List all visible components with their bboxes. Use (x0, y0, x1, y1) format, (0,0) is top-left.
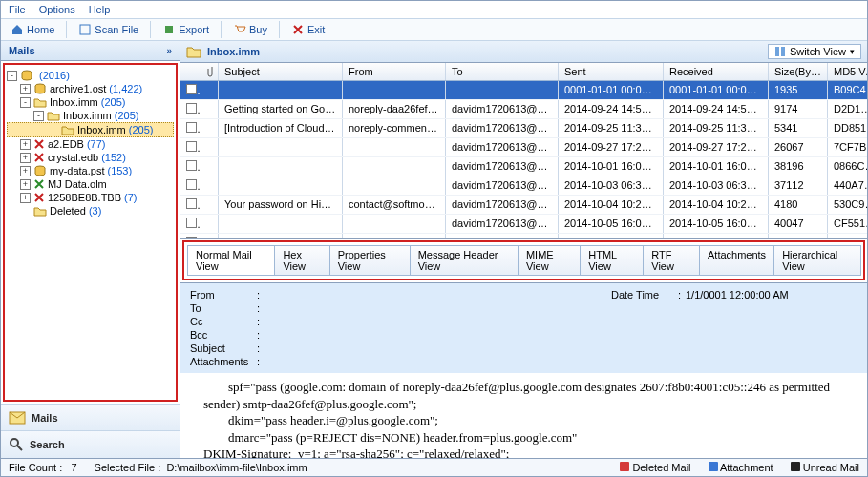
chevron-icon[interactable]: » (166, 46, 172, 56)
cell-md5: CF55110EF5593BC32F29... (828, 215, 867, 233)
expand-toggle[interactable]: - (20, 97, 31, 108)
view-tab[interactable]: HTML View (580, 245, 644, 276)
mail-icon (9, 411, 26, 425)
col-from[interactable]: From (343, 63, 446, 80)
buy-button[interactable]: Buy (227, 21, 273, 38)
col-md5[interactable]: MD5 Values (828, 63, 867, 80)
lbl-cc: Cc (190, 316, 257, 327)
tree-node[interactable]: - (2016) (7, 69, 174, 82)
table-row[interactable]: 0001-01-01 00:00:000001-01-01 00:00:0019… (180, 81, 867, 100)
preview-body[interactable]: spf="pass (google.com: domain of noreply… (180, 373, 867, 458)
val-subject (265, 342, 611, 354)
expand-toggle[interactable]: + (20, 84, 31, 94)
lbl-from: From (190, 289, 257, 301)
view-tab[interactable]: RTF View (643, 245, 700, 276)
mail-grid[interactable]: Subject From To Sent Received Size(Bytes… (180, 63, 867, 238)
col-subject[interactable]: Subject (219, 63, 343, 80)
cell-subject: Getting started on Googl... (219, 100, 343, 118)
exit-button[interactable]: Exit (286, 21, 330, 38)
view-tab[interactable]: Message Header View (410, 245, 519, 276)
row-checkbox[interactable] (186, 179, 197, 190)
expand-toggle[interactable]: + (20, 179, 31, 190)
node-icon (33, 96, 47, 108)
cell-md5: 7CF7BD5D602C69943F2A... (828, 138, 867, 156)
preview-pane: From: Date Time:1/1/0001 12:00:00 AM To:… (180, 282, 867, 458)
svg-point-5 (11, 439, 18, 446)
menu-options[interactable]: Options (39, 4, 75, 15)
expand-toggle[interactable]: + (20, 166, 31, 176)
expand-toggle[interactable]: - (33, 111, 44, 121)
col-size[interactable]: Size(Bytes) (769, 63, 828, 80)
svg-rect-6 (775, 47, 779, 56)
home-button[interactable]: Home (5, 21, 60, 38)
col-sent[interactable]: Sent (559, 63, 664, 80)
paperclip-icon (207, 66, 217, 77)
row-checkbox[interactable] (186, 122, 197, 133)
table-row[interactable]: davidm1720613@gmail...2014-09-27 17:21:5… (180, 138, 867, 157)
col-received[interactable]: Received (664, 63, 769, 80)
tree-node[interactable]: +my-data.pst (153) (7, 164, 174, 177)
menu-help[interactable]: Help (89, 4, 111, 15)
tree-node[interactable]: -Inbox.imm (205) (7, 95, 174, 109)
cell-size: 1935 (769, 81, 828, 99)
cell-from (343, 157, 446, 176)
cell-to: davidm1720613@gmail... (446, 138, 559, 156)
tree-node[interactable]: +a2.EDB (77) (7, 137, 174, 151)
row-checkbox[interactable] (186, 198, 197, 209)
view-tab[interactable]: Hierarchical View (773, 245, 861, 276)
tree-node[interactable]: -Inbox.imm (205) (7, 109, 174, 122)
expand-toggle[interactable]: + (20, 139, 31, 150)
switch-view-button[interactable]: Switch View▾ (768, 44, 861, 59)
nav-mails[interactable]: Mails (1, 404, 180, 430)
cell-received: 2014-10-05 16:06:26 (664, 215, 769, 233)
row-checkbox[interactable] (186, 218, 197, 228)
tree-node[interactable]: Deleted (3) (7, 204, 174, 218)
row-checkbox[interactable] (186, 103, 197, 114)
node-icon (33, 138, 45, 150)
col-attach[interactable] (201, 63, 219, 80)
home-icon (11, 23, 24, 36)
row-checkbox[interactable] (186, 84, 197, 94)
table-row[interactable]: Your password on Hidde...contact@softmoz… (180, 196, 867, 215)
nav-search[interactable]: Search (1, 430, 180, 458)
cell-from: noreply-comment@blo... (343, 119, 446, 137)
expand-toggle[interactable]: - (7, 71, 17, 81)
table-row[interactable]: davidm1720613@gmail...2014-10-01 16:09:3… (180, 157, 867, 176)
tree-node[interactable]: +MJ Data.olm (7, 177, 174, 191)
table-row[interactable]: davidm1720613@gmail...2014-10-03 06:34:1… (180, 176, 867, 196)
row-checkbox[interactable] (186, 160, 197, 171)
val-cc (265, 316, 611, 327)
row-checkbox[interactable] (186, 141, 197, 152)
cell-to: davidm1720613@gmail... (446, 176, 559, 195)
menu-file[interactable]: File (9, 4, 26, 15)
table-row[interactable]: [Introduction of Cloud C...noreply-comme… (180, 119, 867, 138)
view-tab[interactable]: Properties View (329, 245, 411, 276)
expand-toggle[interactable]: + (20, 153, 31, 163)
view-tab[interactable]: Normal Mail View (187, 245, 275, 276)
view-tab[interactable]: Hex View (274, 245, 329, 276)
node-icon (61, 124, 74, 135)
node-icon (33, 178, 45, 190)
cell-to: davidm1720613@gmail... (446, 157, 559, 176)
view-tab[interactable]: Attachments (699, 245, 774, 276)
table-row[interactable]: davidm1720613@gmail...2014-10-05 16:06:2… (180, 215, 867, 234)
cell-md5: 0866CC9A7F1200B1AADBD... (828, 157, 867, 176)
col-check[interactable] (180, 63, 201, 80)
content-header: Inbox.imm Switch View▾ (180, 41, 867, 63)
expand-toggle[interactable]: + (20, 193, 31, 203)
view-tab[interactable]: MIME View (518, 245, 581, 276)
cell-received: 2014-10-04 10:24:41 (664, 196, 769, 214)
tree-node[interactable]: +crystal.edb (152) (7, 151, 174, 164)
scan-button[interactable]: Scan File (73, 21, 144, 38)
tree-node[interactable]: Inbox.imm (205) (7, 122, 174, 137)
table-row[interactable]: davidm1720613@gmail...2014-10-08 00:16:4… (180, 234, 867, 238)
export-button[interactable]: Export (157, 21, 215, 38)
folder-tree[interactable]: - (2016)+archive1.ost (1,422)-Inbox.imm … (3, 63, 178, 402)
node-count: (205) (115, 110, 139, 121)
col-to[interactable]: To (446, 63, 559, 80)
tree-node[interactable]: +1258BE8B.TBB (7) (7, 191, 174, 204)
table-row[interactable]: Getting started on Googl...noreply-daa26… (180, 100, 867, 119)
cell-sent: 2014-10-05 16:06:26 (559, 215, 664, 233)
tree-node[interactable]: +archive1.ost (1,422) (7, 82, 174, 95)
row-checkbox[interactable] (186, 237, 197, 238)
